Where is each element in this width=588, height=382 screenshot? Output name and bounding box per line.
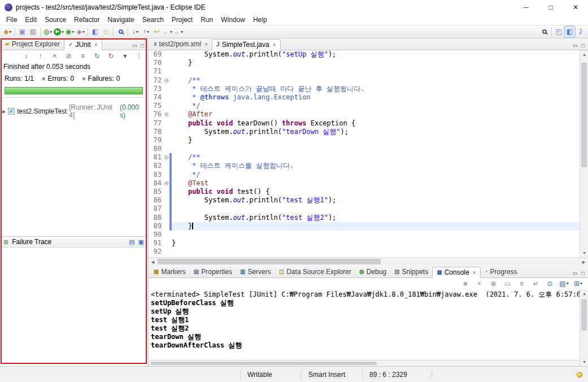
minimize-panel-button[interactable]: ▭ xyxy=(573,270,578,276)
terminate-button[interactable]: ■ xyxy=(460,278,471,289)
expander-icon[interactable]: ▶ xyxy=(2,109,6,114)
new-java-project-button[interactable]: ◧ xyxy=(90,26,101,37)
show-failures-only-button[interactable]: × xyxy=(49,50,60,62)
fold-marker-icon[interactable]: ⊖ xyxy=(163,179,169,188)
scroll-down-icon[interactable]: ▼ xyxy=(580,358,588,366)
code-line[interactable]: 83 */ xyxy=(149,171,580,179)
code-line[interactable]: 87 xyxy=(149,205,580,213)
menu-item-navigate[interactable]: Navigate xyxy=(103,15,138,24)
editor-vertical-scrollbar[interactable]: ▲ ▼ xyxy=(580,50,588,257)
menu-item-run[interactable]: Run xyxy=(197,15,217,24)
editor-horizontal-scrollbar[interactable]: ◀ ▶ xyxy=(149,257,588,266)
debug-button[interactable]: ◍▾ xyxy=(42,26,53,37)
code-line[interactable]: 91} xyxy=(149,239,580,248)
code-line[interactable]: 85 public void test() { xyxy=(149,188,580,196)
scroll-left-icon[interactable]: ◀ xyxy=(149,258,157,266)
previous-annotation-button[interactable]: ↑▾ xyxy=(141,26,151,37)
maximize-view-button[interactable]: □ xyxy=(141,42,144,49)
code-line[interactable]: 75 */ xyxy=(149,102,580,110)
menu-item-source[interactable]: Source xyxy=(41,15,70,24)
console-vertical-scrollbar[interactable]: ▲ ▼ xyxy=(580,289,588,366)
console-vscroll-thumb[interactable] xyxy=(581,299,587,331)
panel-tab-progress[interactable]: ◔Progress xyxy=(481,266,521,277)
minimize-editor-button[interactable]: ▭ xyxy=(573,42,578,49)
quick-access-search-button[interactable] xyxy=(539,26,550,37)
fold-marker-icon[interactable]: ⊖ xyxy=(163,76,169,85)
view-tab-junit[interactable]: ✓JUnit× xyxy=(64,39,102,50)
code-line[interactable]: 92 xyxy=(149,248,580,256)
next-failed-test-button[interactable]: ↓ xyxy=(21,50,32,62)
filter-stack-trace-icon[interactable]: ▤ xyxy=(129,238,134,246)
code-line[interactable]: 72⊖ /** xyxy=(149,76,580,85)
rerun-test-button[interactable]: ↻ xyxy=(92,50,102,62)
display-selected-console-button[interactable]: ▤▾ xyxy=(559,278,569,289)
code-line[interactable]: 69 System.out.println("setUp 실행"); xyxy=(149,50,580,59)
back-button[interactable]: ←▾ xyxy=(162,26,173,37)
view-tab-project-explorer[interactable]: ▰Project Explorer xyxy=(1,38,64,50)
console-horizontal-scrollbar[interactable] xyxy=(149,360,580,366)
panel-tab-debug[interactable]: ◍Debug xyxy=(355,266,390,277)
search-button[interactable] xyxy=(115,26,126,37)
compare-result-icon[interactable]: ▣ xyxy=(138,238,144,246)
code-line[interactable]: 82 * 테스트 케이스를 실행합니다. xyxy=(149,162,580,170)
code-line[interactable]: 74 * @throws java.lang.Exception xyxy=(149,93,580,102)
scroll-lock-button[interactable]: ≡ xyxy=(516,278,527,289)
scroll-up-icon[interactable]: ▲ xyxy=(580,50,588,59)
code-editor[interactable]: 69 System.out.println("setUp 실행");70 }71… xyxy=(149,50,588,257)
menu-item-search[interactable]: Search xyxy=(138,15,168,24)
word-wrap-button[interactable]: ↵ xyxy=(530,278,541,289)
test-run-history-button[interactable]: ▾ xyxy=(120,50,130,62)
code-line[interactable]: 88 System.out.println("test 실행2"); xyxy=(149,214,580,222)
menu-item-file[interactable]: File xyxy=(2,15,21,24)
close-tab-icon[interactable]: × xyxy=(473,270,476,276)
panel-tab-servers[interactable]: ▥Servers xyxy=(236,266,275,277)
clear-console-button[interactable]: ▭ xyxy=(502,278,513,289)
run-external-tools-button[interactable]: ◈▾ xyxy=(75,26,86,37)
minimize-button[interactable]: ─ xyxy=(513,0,538,15)
console-view[interactable]: <terminated> SimpleTest [JUnit] C:₩Progr… xyxy=(149,289,588,366)
code-line[interactable]: 79 } xyxy=(149,136,580,145)
maximize-panel-button[interactable]: □ xyxy=(581,270,585,276)
open-console-button[interactable]: ⊞▾ xyxy=(573,278,583,289)
print-button[interactable]: ▤ xyxy=(28,26,38,37)
close-tab-icon[interactable]: × xyxy=(273,42,276,48)
menu-item-edit[interactable]: Edit xyxy=(21,15,41,24)
code-line[interactable]: 84⊖ @Test xyxy=(149,179,580,188)
run-button[interactable]: ▶▾ xyxy=(53,26,64,37)
rerun-failed-first-button[interactable]: ↻ xyxy=(106,50,116,62)
scroll-down-icon[interactable]: ▼ xyxy=(580,249,588,257)
code-line[interactable]: 78 System.out.println("tearDown 실행"); xyxy=(149,128,580,136)
menu-item-project[interactable]: Project xyxy=(168,15,197,24)
console-hscroll-thumb[interactable] xyxy=(151,362,377,365)
scroll-right-icon[interactable]: ▶ xyxy=(580,258,588,266)
editor-vscroll-thumb[interactable] xyxy=(581,63,587,167)
view-menu-button[interactable]: ⋮ xyxy=(134,50,145,62)
close-tab-icon[interactable]: × xyxy=(204,41,208,47)
close-tab-icon[interactable]: × xyxy=(94,42,98,48)
panel-tab-markers[interactable]: ▦Markers xyxy=(150,266,190,277)
panel-tab-data-source-explorer[interactable]: ◫Data Source Explorer xyxy=(275,266,355,277)
open-type-button[interactable]: ◇ xyxy=(101,26,111,37)
fold-marker-icon[interactable]: ⊖ xyxy=(163,153,169,162)
menu-item-help[interactable]: Help xyxy=(249,15,271,24)
editor-tab-simpletest-java[interactable]: JSimpleTest.java× xyxy=(212,39,280,50)
open-perspective-button[interactable]: ◰ xyxy=(554,26,564,37)
maximize-button[interactable]: □ xyxy=(538,0,563,15)
show-skipped-tests-button[interactable]: ⊘ xyxy=(63,50,74,62)
remove-all-launches-button[interactable]: ⊗ xyxy=(488,278,499,289)
remove-launch-button[interactable]: × xyxy=(474,278,485,289)
panel-tab-properties[interactable]: ▤Properties xyxy=(190,266,236,277)
menu-item-refactor[interactable]: Refactor xyxy=(70,15,103,24)
code-line[interactable]: 86 System.out.println("test 실행1"); xyxy=(149,196,580,205)
new-wizard-button[interactable]: ◆▾ xyxy=(2,26,13,37)
code-line[interactable]: 73 * 테스트 케이스가 끝날때 마다 끝난 후 실행됩니다. xyxy=(149,85,580,93)
scroll-up-icon[interactable]: ▲ xyxy=(580,289,588,298)
code-line[interactable]: 80 xyxy=(149,145,580,153)
previous-failed-test-button[interactable]: ↑ xyxy=(35,50,46,62)
forward-button[interactable]: →▾ xyxy=(173,26,184,37)
maximize-editor-button[interactable]: □ xyxy=(581,42,585,49)
test-tree-item[interactable]: ▶ ✓ test2.SimpleTest [Runner: JUnit 4] (… xyxy=(0,102,147,120)
code-line[interactable]: 90 xyxy=(149,231,580,239)
fold-marker-icon[interactable]: ⊖ xyxy=(163,110,169,119)
scroll-lock-button[interactable]: ≡ xyxy=(77,50,88,62)
